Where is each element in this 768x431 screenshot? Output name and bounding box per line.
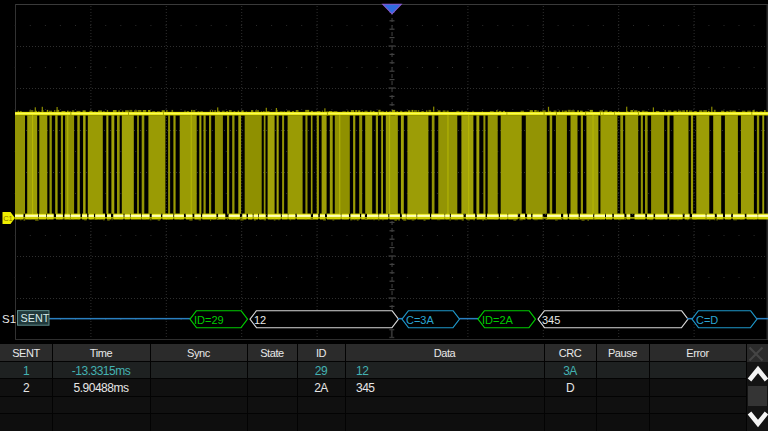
svg-text:ID=2A: ID=2A [482, 314, 514, 326]
svg-text:C=D: C=D [696, 314, 718, 326]
svg-text:345: 345 [542, 314, 560, 326]
svg-text:SENT: SENT [21, 312, 50, 324]
svg-text:C1: C1 [3, 214, 13, 223]
svg-text:S1: S1 [2, 313, 16, 325]
svg-text:C=3A: C=3A [406, 314, 434, 326]
svg-text:12: 12 [254, 314, 266, 326]
svg-text:ID=29: ID=29 [194, 314, 224, 326]
